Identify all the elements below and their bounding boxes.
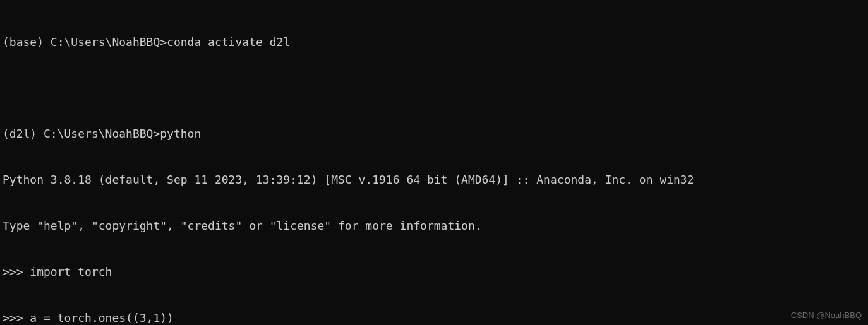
terminal-line: Type "help", "copyright", "credits" or "… [3,218,865,233]
terminal-line: (base) C:\Users\NoahBBQ>conda activate d… [3,35,865,50]
terminal-line: (d2l) C:\Users\NoahBBQ>python [3,126,865,141]
terminal-line [3,80,865,95]
terminal-line: >>> import torch [3,264,865,280]
terminal-line: Python 3.8.18 (default, Sep 11 2023, 13:… [3,172,865,187]
terminal-output[interactable]: (base) C:\Users\NoahBBQ>conda activate d… [3,4,865,325]
watermark-text: CSDN @NoahBBQ [791,310,862,321]
terminal-line: >>> a = torch.ones((3,1)) [3,310,865,325]
